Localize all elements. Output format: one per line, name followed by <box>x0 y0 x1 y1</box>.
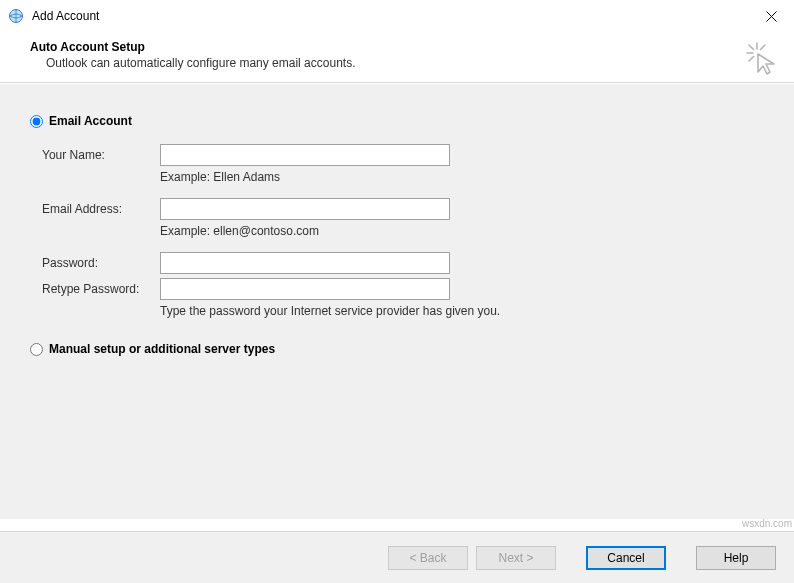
email-hint: Example: ellen@contoso.com <box>160 224 764 238</box>
close-button[interactable] <box>758 6 784 26</box>
your-name-hint: Example: Ellen Adams <box>160 170 764 184</box>
svg-line-7 <box>761 45 766 50</box>
retype-password-label: Retype Password: <box>42 282 160 296</box>
email-account-option[interactable]: Email Account <box>30 114 764 128</box>
wizard-header: Auto Account Setup Outlook can automatic… <box>0 32 794 83</box>
manual-setup-option[interactable]: Manual setup or additional server types <box>30 342 764 356</box>
svg-line-6 <box>749 45 754 50</box>
manual-setup-label[interactable]: Manual setup or additional server types <box>49 342 275 356</box>
password-label: Password: <box>42 256 160 270</box>
outlook-icon <box>8 8 24 24</box>
account-form: Your Name: Example: Ellen Adams Email Ad… <box>42 144 764 318</box>
email-label: Email Address: <box>42 202 160 216</box>
wizard-body: Email Account Your Name: Example: Ellen … <box>0 83 794 519</box>
manual-setup-radio[interactable] <box>30 343 43 356</box>
header-subtext: Outlook can automatically configure many… <box>30 56 764 70</box>
watermark-text: wsxdn.com <box>742 518 792 529</box>
titlebar: Add Account <box>0 0 794 32</box>
email-input[interactable] <box>160 198 450 220</box>
retype-password-input[interactable] <box>160 278 450 300</box>
help-button[interactable]: Help <box>696 546 776 570</box>
password-input[interactable] <box>160 252 450 274</box>
window-title: Add Account <box>32 9 758 23</box>
email-account-radio[interactable] <box>30 115 43 128</box>
wizard-footer: < Back Next > Cancel Help <box>0 531 794 583</box>
back-button: < Back <box>388 546 468 570</box>
your-name-label: Your Name: <box>42 148 160 162</box>
cursor-click-icon <box>744 40 780 79</box>
next-button: Next > <box>476 546 556 570</box>
header-heading: Auto Account Setup <box>30 40 764 54</box>
svg-line-8 <box>749 57 754 62</box>
email-account-label[interactable]: Email Account <box>49 114 132 128</box>
password-hint: Type the password your Internet service … <box>160 304 764 318</box>
your-name-input[interactable] <box>160 144 450 166</box>
cancel-button[interactable]: Cancel <box>586 546 666 570</box>
